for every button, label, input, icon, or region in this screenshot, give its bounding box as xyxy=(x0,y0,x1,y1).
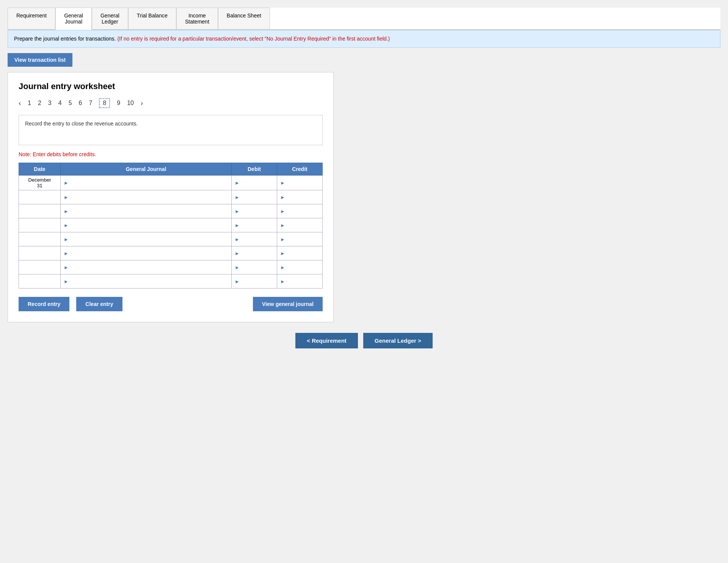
journal-cell-5[interactable]: ► xyxy=(61,232,232,246)
row8-credit-arrow: ► xyxy=(279,279,285,284)
journal-cell-2[interactable]: ► xyxy=(61,190,232,204)
row3-debit-arrow: ► xyxy=(233,209,240,214)
nav-next-button[interactable]: General Ledger > xyxy=(363,333,433,348)
table-row: ► ► ► xyxy=(19,274,323,289)
credit-cell-1[interactable]: ► xyxy=(277,176,323,190)
page-10[interactable]: 10 xyxy=(127,100,134,107)
row8-debit-arrow: ► xyxy=(233,279,240,284)
debit-input-2[interactable] xyxy=(240,190,275,204)
instruction-text: Record the entry to close the revenue ac… xyxy=(25,121,138,127)
page-8[interactable]: 8 xyxy=(99,98,110,108)
credit-input-4[interactable] xyxy=(285,218,321,232)
journal-input-6[interactable] xyxy=(69,246,230,260)
tab-general-ledger[interactable]: GeneralLedger xyxy=(92,8,128,29)
debit-cell-1[interactable]: ► xyxy=(232,176,277,190)
journal-cell-7[interactable]: ► xyxy=(61,260,232,274)
journal-cell-4[interactable]: ► xyxy=(61,218,232,232)
nav-prev-button[interactable]: < Requirement xyxy=(295,333,358,348)
page-9[interactable]: 9 xyxy=(117,100,120,107)
clear-entry-button[interactable]: Clear entry xyxy=(76,297,122,311)
debit-input-6[interactable] xyxy=(240,246,275,260)
journal-cell-6[interactable]: ► xyxy=(61,246,232,260)
debit-input-4[interactable] xyxy=(240,218,275,232)
tab-balance-sheet[interactable]: Balance Sheet xyxy=(218,8,270,29)
row4-journal-arrow: ► xyxy=(62,223,69,228)
page-1[interactable]: 1 xyxy=(28,100,31,107)
debit-cell-3[interactable]: ► xyxy=(232,204,277,218)
tab-general-journal[interactable]: GeneralJournal xyxy=(55,8,92,30)
credit-input-1[interactable] xyxy=(285,176,321,190)
journal-cell-3[interactable]: ► xyxy=(61,204,232,218)
page-2[interactable]: 2 xyxy=(38,100,41,107)
credit-cell-8[interactable]: ► xyxy=(277,274,323,289)
journal-input-1[interactable] xyxy=(69,176,230,190)
info-banner: Prepare the journal entries for transact… xyxy=(8,30,720,48)
tab-requirement[interactable]: Requirement xyxy=(8,8,55,29)
date-cell-4 xyxy=(19,218,61,232)
row1-debit-arrow: ► xyxy=(233,180,240,186)
page-3[interactable]: 3 xyxy=(48,100,52,107)
view-transaction-button[interactable]: View transaction list xyxy=(8,53,72,67)
journal-input-4[interactable] xyxy=(69,218,230,232)
note-text: Note: Enter debits before credits. xyxy=(19,151,323,157)
pagination-next-arrow[interactable]: › xyxy=(141,99,143,107)
debit-input-1[interactable] xyxy=(240,176,275,190)
tab-income-statement[interactable]: IncomeStatement xyxy=(176,8,218,29)
col-header-debit: Debit xyxy=(232,163,277,176)
debit-cell-2[interactable]: ► xyxy=(232,190,277,204)
row7-journal-arrow: ► xyxy=(62,265,69,270)
credit-cell-5[interactable]: ► xyxy=(277,232,323,246)
row2-journal-arrow: ► xyxy=(62,194,69,200)
row2-credit-arrow: ► xyxy=(279,194,285,200)
date-cell-2 xyxy=(19,190,61,204)
page-4[interactable]: 4 xyxy=(58,100,62,107)
debit-cell-8[interactable]: ► xyxy=(232,274,277,289)
debit-input-8[interactable] xyxy=(240,274,275,288)
credit-cell-7[interactable]: ► xyxy=(277,260,323,274)
record-entry-button[interactable]: Record entry xyxy=(19,297,69,311)
row8-journal-arrow: ► xyxy=(62,279,69,284)
pagination-prev-arrow[interactable]: ‹ xyxy=(19,99,21,107)
journal-input-3[interactable] xyxy=(69,204,230,218)
table-row: December31 ► ► ► xyxy=(19,176,323,190)
credit-cell-3[interactable]: ► xyxy=(277,204,323,218)
row2-debit-arrow: ► xyxy=(233,194,240,200)
pagination: ‹ 1 2 3 4 5 6 7 8 9 10 › xyxy=(19,98,323,108)
tab-trial-balance[interactable]: Trial Balance xyxy=(128,8,176,29)
debit-cell-7[interactable]: ► xyxy=(232,260,277,274)
credit-input-7[interactable] xyxy=(285,260,321,274)
debit-input-3[interactable] xyxy=(240,204,275,218)
journal-input-7[interactable] xyxy=(69,260,230,274)
row6-debit-arrow: ► xyxy=(233,251,240,256)
row5-debit-arrow: ► xyxy=(233,237,240,242)
journal-cell-1[interactable]: ► xyxy=(61,176,232,190)
debit-input-7[interactable] xyxy=(240,260,275,274)
debit-cell-5[interactable]: ► xyxy=(232,232,277,246)
credit-input-5[interactable] xyxy=(285,232,321,246)
view-general-journal-button[interactable]: View general journal xyxy=(253,297,323,311)
table-row: ► ► ► xyxy=(19,190,323,204)
credit-input-3[interactable] xyxy=(285,204,321,218)
journal-cell-8[interactable]: ► xyxy=(61,274,232,289)
date-cell-3 xyxy=(19,204,61,218)
debit-input-5[interactable] xyxy=(240,232,275,246)
journal-input-2[interactable] xyxy=(69,190,230,204)
page-7[interactable]: 7 xyxy=(89,100,92,107)
credit-input-2[interactable] xyxy=(285,190,321,204)
col-header-date: Date xyxy=(19,163,61,176)
journal-input-5[interactable] xyxy=(69,232,230,246)
date-cell-6 xyxy=(19,246,61,260)
page-5[interactable]: 5 xyxy=(69,100,72,107)
table-row: ► ► ► xyxy=(19,218,323,232)
credit-cell-4[interactable]: ► xyxy=(277,218,323,232)
page-6[interactable]: 6 xyxy=(79,100,82,107)
journal-input-8[interactable] xyxy=(69,274,230,288)
date-cell-5 xyxy=(19,232,61,246)
credit-cell-6[interactable]: ► xyxy=(277,246,323,260)
tab-bar: Requirement GeneralJournal GeneralLedger… xyxy=(8,8,720,30)
debit-cell-4[interactable]: ► xyxy=(232,218,277,232)
credit-input-8[interactable] xyxy=(285,274,321,288)
debit-cell-6[interactable]: ► xyxy=(232,246,277,260)
credit-cell-2[interactable]: ► xyxy=(277,190,323,204)
credit-input-6[interactable] xyxy=(285,246,321,260)
